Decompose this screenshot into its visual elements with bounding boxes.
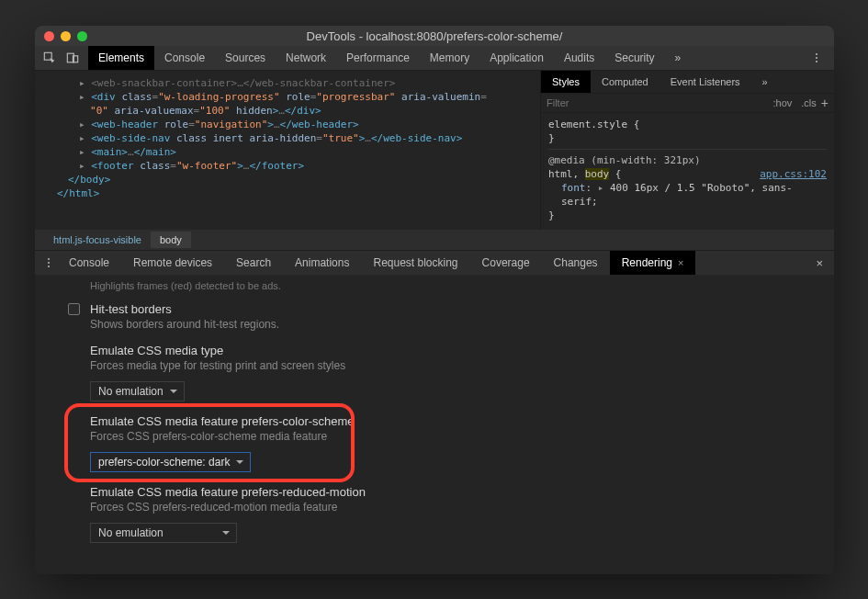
drawer-menu-icon[interactable] bbox=[40, 258, 57, 267]
setting-desc: Shows borders around hit-test regions. bbox=[90, 318, 817, 331]
styles-tabs-overflow-icon[interactable]: » bbox=[751, 71, 779, 93]
close-tab-icon[interactable]: × bbox=[678, 257, 683, 268]
minimize-window-button[interactable] bbox=[61, 31, 71, 41]
setting-desc: Forces CSS prefers-color-scheme media fe… bbox=[90, 430, 817, 443]
styles-tab-listeners[interactable]: Event Listeners bbox=[659, 71, 751, 93]
tab-security[interactable]: Security bbox=[604, 46, 664, 70]
prefers-color-scheme-select[interactable]: prefers-color-scheme: dark bbox=[90, 452, 251, 472]
inspect-icon[interactable] bbox=[42, 51, 56, 65]
styles-tabstrip: Styles Computed Event Listeners » bbox=[541, 71, 834, 93]
window-title: DevTools - localhost:8080/prefers-color-… bbox=[35, 29, 834, 43]
main-tabstrip: Elements Console Sources Network Perform… bbox=[35, 46, 834, 71]
drawer-close-icon[interactable]: × bbox=[810, 256, 829, 270]
dom-tree[interactable]: ▸ <web-snackbar-container>…</web-snackba… bbox=[35, 71, 540, 230]
hit-test-checkbox[interactable] bbox=[68, 303, 80, 315]
main-menu-icon[interactable] bbox=[808, 53, 825, 62]
rule-close: } bbox=[548, 131, 827, 145]
tab-elements[interactable]: Elements bbox=[88, 46, 154, 70]
setting-desc: Forces CSS prefers-reduced-motion media … bbox=[90, 501, 817, 514]
device-toggle-icon[interactable] bbox=[65, 51, 79, 65]
media-type-select[interactable]: No emulation bbox=[90, 381, 185, 401]
setting-title: Emulate CSS media feature prefers-color-… bbox=[90, 414, 817, 428]
drawer-tab-changes[interactable]: Changes bbox=[542, 251, 610, 275]
cls-toggle[interactable]: .cls bbox=[801, 97, 817, 108]
tab-application[interactable]: Application bbox=[479, 46, 554, 70]
drawer-tab-remote-devices[interactable]: Remote devices bbox=[121, 251, 224, 275]
drawer-tab-search[interactable]: Search bbox=[224, 251, 283, 275]
rule-selector[interactable]: element.style { bbox=[548, 118, 827, 131]
breadcrumb-item[interactable]: body bbox=[151, 232, 191, 248]
styles-filter-input[interactable] bbox=[547, 97, 769, 108]
rule-close: } bbox=[548, 209, 827, 222]
tab-performance[interactable]: Performance bbox=[336, 46, 420, 70]
drawer-tab-animations[interactable]: Animations bbox=[283, 251, 361, 275]
hov-toggle[interactable]: :hov bbox=[773, 97, 793, 108]
css-prop[interactable]: font bbox=[561, 182, 586, 194]
source-link[interactable]: app.css:102 bbox=[760, 167, 827, 181]
css-value[interactable]: 400 16px / 1.5 "Roboto", sans-serif; bbox=[561, 182, 793, 208]
main-tabs-overflow-icon[interactable]: » bbox=[665, 46, 692, 70]
setting-title: Emulate CSS media feature prefers-reduce… bbox=[90, 485, 817, 499]
styles-toolbar: :hov .cls + bbox=[541, 93, 834, 113]
tab-console[interactable]: Console bbox=[154, 46, 215, 70]
styles-panel: Styles Computed Event Listeners » :hov .… bbox=[540, 71, 834, 230]
titlebar: DevTools - localhost:8080/prefers-color-… bbox=[35, 26, 834, 46]
main-tabs: Elements Console Sources Network Perform… bbox=[88, 46, 691, 70]
tab-sources[interactable]: Sources bbox=[215, 46, 276, 70]
prefers-reduced-motion-select[interactable]: No emulation bbox=[90, 523, 237, 543]
drawer-tab-coverage[interactable]: Coverage bbox=[470, 251, 542, 275]
drawer-tab-request-blocking[interactable]: Request blocking bbox=[361, 251, 469, 275]
new-rule-icon[interactable]: + bbox=[821, 96, 829, 110]
traffic-lights bbox=[35, 31, 87, 41]
drawer-tab-rendering[interactable]: Rendering× bbox=[610, 251, 696, 275]
setting-hit-test: Hit-test borders Shows borders around hi… bbox=[51, 295, 817, 336]
setting-desc: Forces media type for testing print and … bbox=[90, 359, 817, 372]
dom-node[interactable]: <web-snackbar-container>…</web-snackbar-… bbox=[91, 77, 395, 89]
dom-breadcrumb: html.js-focus-visible body bbox=[35, 230, 834, 250]
truncated-desc: Highlights frames (red) detected to be a… bbox=[51, 278, 817, 295]
setting-title: Hit-test borders bbox=[90, 302, 817, 316]
tab-memory[interactable]: Memory bbox=[420, 46, 479, 70]
tab-audits[interactable]: Audits bbox=[554, 46, 604, 70]
media-query[interactable]: @media (min-width: 321px) bbox=[548, 153, 827, 167]
styles-tab-styles[interactable]: Styles bbox=[541, 71, 591, 93]
setting-prefers-reduced-motion: Emulate CSS media feature prefers-reduce… bbox=[51, 478, 817, 548]
maximize-window-button[interactable] bbox=[77, 31, 87, 41]
breadcrumb-item[interactable]: html.js-focus-visible bbox=[44, 232, 151, 248]
setting-prefers-color-scheme: Emulate CSS media feature prefers-color-… bbox=[51, 407, 817, 478]
styles-rules[interactable]: element.style { } @media (min-width: 321… bbox=[541, 113, 834, 230]
styles-tab-computed[interactable]: Computed bbox=[591, 71, 659, 93]
tab-network[interactable]: Network bbox=[276, 46, 336, 70]
drawer-tabstrip: Console Remote devices Search Animations… bbox=[35, 250, 834, 275]
setting-title: Emulate CSS media type bbox=[90, 344, 817, 357]
rendering-panel: Highlights frames (red) detected to be a… bbox=[35, 275, 834, 574]
setting-media-type: Emulate CSS media type Forces media type… bbox=[51, 336, 817, 407]
devtools-window: DevTools - localhost:8080/prefers-color-… bbox=[35, 26, 834, 574]
elements-content: ▸ <web-snackbar-container>…</web-snackba… bbox=[35, 71, 834, 230]
close-window-button[interactable] bbox=[44, 31, 54, 41]
drawer-tab-console[interactable]: Console bbox=[57, 251, 121, 275]
